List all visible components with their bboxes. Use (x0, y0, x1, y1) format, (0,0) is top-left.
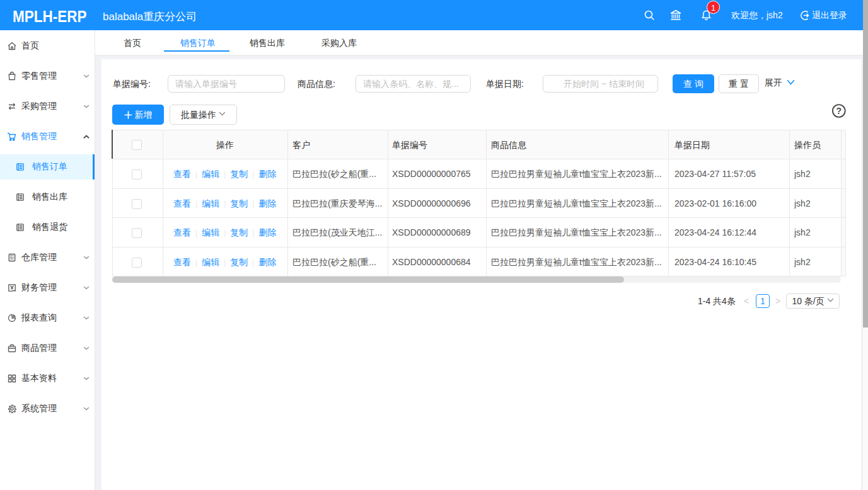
svg-text:?: ? (836, 106, 842, 116)
